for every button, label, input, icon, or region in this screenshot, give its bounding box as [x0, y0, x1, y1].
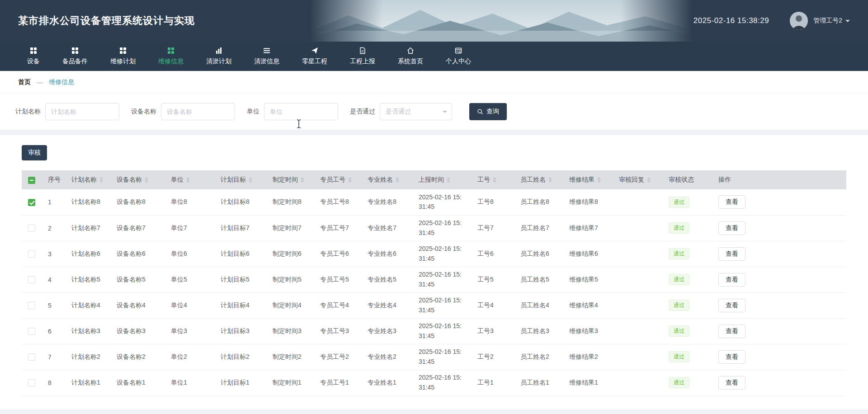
search-button[interactable]: 查询 [469, 103, 507, 120]
cell-make_time: 制定时间7 [266, 215, 314, 241]
view-button[interactable]: 查看 [718, 325, 745, 338]
column-header-specialist_no[interactable]: 专员工号 [314, 170, 361, 189]
nav-item-系统首页[interactable]: 系统首页 [398, 47, 423, 66]
cell-worker_name: 员工姓名4 [514, 292, 563, 318]
cell-audit-status: 通过 [662, 267, 712, 292]
cell-make_time: 制定时间2 [266, 344, 314, 370]
sort-icon[interactable] [301, 175, 304, 184]
sort-icon[interactable] [597, 175, 601, 184]
view-button[interactable]: 查看 [718, 247, 745, 261]
cell-unit: 单位8 [165, 189, 214, 215]
row-checkbox[interactable] [28, 353, 35, 361]
caret-down-icon[interactable] [845, 20, 850, 24]
cell-repair_result: 维修结果2 [563, 344, 613, 370]
cell-audit_reply [613, 189, 662, 215]
table-row: 4计划名称5设备名称5单位5计划目标5制定时间5专员工号5专业姓名52025-0… [22, 267, 846, 292]
column-header-report_time[interactable]: 上报时间 [412, 170, 471, 189]
row-checkbox[interactable] [28, 250, 35, 258]
nav-item-清淤信息[interactable]: 清淤信息 [254, 47, 279, 66]
nav-item-label: 设备 [27, 57, 40, 66]
sort-icon[interactable] [249, 175, 252, 184]
nav-item-零星工程[interactable]: 零星工程 [302, 47, 327, 66]
column-header-plan_goal[interactable]: 计划目标 [214, 170, 266, 189]
column-header-make_time[interactable]: 制定时间 [266, 170, 314, 189]
cell-index: 5 [42, 292, 65, 318]
user-avatar[interactable] [790, 12, 808, 30]
nav-item-label: 维修计划 [110, 57, 136, 66]
sort-icon[interactable] [348, 175, 352, 184]
nav-item-个人中心[interactable]: 个人中心 [446, 47, 471, 66]
select-all-checkbox[interactable] [28, 177, 35, 184]
sort-icon[interactable] [99, 175, 103, 184]
send-icon [311, 47, 318, 54]
breadcrumb-current[interactable]: 维修信息 [49, 78, 74, 86]
view-button[interactable]: 查看 [718, 221, 745, 235]
cell-specialist_no: 专员工号3 [314, 318, 361, 344]
plan-name-input[interactable] [45, 103, 119, 120]
row-checkbox[interactable] [28, 225, 35, 232]
nav-item-备品备件[interactable]: 备品备件 [62, 47, 88, 66]
chart-icon [215, 47, 222, 54]
cell-make_time: 制定时间4 [266, 292, 314, 318]
view-button[interactable]: 查看 [718, 273, 745, 287]
sort-icon[interactable] [145, 175, 148, 184]
sort-icon[interactable] [186, 175, 190, 184]
nav-item-清淤计划[interactable]: 清淤计划 [206, 47, 231, 66]
filter-group-unit: 单位 [247, 103, 338, 120]
column-header-unit[interactable]: 单位 [165, 170, 214, 189]
cell-specialist_name: 专业姓名7 [361, 215, 412, 241]
pass-select[interactable]: 是否通过 [380, 103, 452, 120]
column-header-specialist_name[interactable]: 专业姓名 [361, 170, 412, 189]
status-badge: 通过 [669, 248, 689, 259]
device-name-input[interactable] [161, 103, 235, 120]
breadcrumb-home[interactable]: 首页 [18, 78, 31, 86]
row-checkbox[interactable] [28, 328, 35, 335]
column-header-plan_name[interactable]: 计划名称 [65, 170, 110, 189]
audit-button[interactable]: 审核 [22, 145, 47, 160]
cell-unit: 单位2 [165, 344, 214, 370]
nav-item-label: 清淤信息 [254, 57, 279, 66]
cell-index: 8 [42, 370, 65, 395]
cell-index: 6 [42, 318, 65, 344]
cell-action: 查看 [712, 189, 846, 215]
sort-icon[interactable] [447, 175, 450, 184]
cell-action: 查看 [712, 370, 846, 395]
column-header-repair_result[interactable]: 维修结果 [563, 170, 613, 189]
cell-device_name: 设备名称4 [110, 292, 165, 318]
cell-device_name: 设备名称5 [110, 267, 165, 292]
unit-input[interactable] [264, 103, 338, 120]
view-button[interactable]: 查看 [718, 195, 745, 209]
cell-unit: 单位1 [165, 370, 214, 395]
column-header-device_name[interactable]: 设备名称 [110, 170, 165, 189]
cell-plan_goal: 计划目标4 [214, 292, 266, 318]
sort-icon[interactable] [493, 175, 496, 184]
view-button[interactable]: 查看 [718, 350, 745, 364]
row-checkbox[interactable] [28, 276, 35, 283]
nav-item-工程上报[interactable]: 工程上报 [350, 47, 375, 66]
nav-item-维修信息[interactable]: 维修信息 [158, 47, 184, 66]
column-header-select-all[interactable] [22, 170, 42, 189]
column-header-worker_no[interactable]: 工号 [471, 170, 514, 189]
pass-select-placeholder: 是否通过 [386, 108, 411, 116]
pass-label: 是否通过 [350, 108, 375, 116]
view-button[interactable]: 查看 [718, 376, 745, 390]
cell-unit: 单位3 [165, 318, 214, 344]
row-checkbox[interactable] [28, 302, 35, 309]
cell-repair_result: 维修结果7 [563, 215, 613, 241]
home-icon [407, 47, 414, 54]
nav-item-维修计划[interactable]: 维修计划 [110, 47, 136, 66]
row-checkbox[interactable] [28, 379, 35, 386]
nav-item-设备[interactable]: 设备 [27, 47, 40, 66]
cell-plan_goal: 计划目标1 [214, 370, 266, 395]
sort-icon[interactable] [396, 175, 399, 184]
column-header-worker_name[interactable]: 员工姓名 [514, 170, 563, 189]
row-checkbox[interactable] [28, 199, 35, 206]
username[interactable]: 管理工号2 [813, 17, 842, 25]
sort-icon[interactable] [647, 175, 651, 184]
cell-plan_name: 计划名称8 [65, 189, 110, 215]
column-header-audit_reply[interactable]: 审核回复 [613, 170, 662, 189]
app-header: 某市排水公司设备管理系统设计与实现 2025-02-16 15:38:29 管理… [0, 0, 868, 42]
view-button[interactable]: 查看 [718, 299, 745, 312]
sort-icon[interactable] [548, 175, 552, 184]
nav-item-label: 个人中心 [446, 57, 471, 66]
